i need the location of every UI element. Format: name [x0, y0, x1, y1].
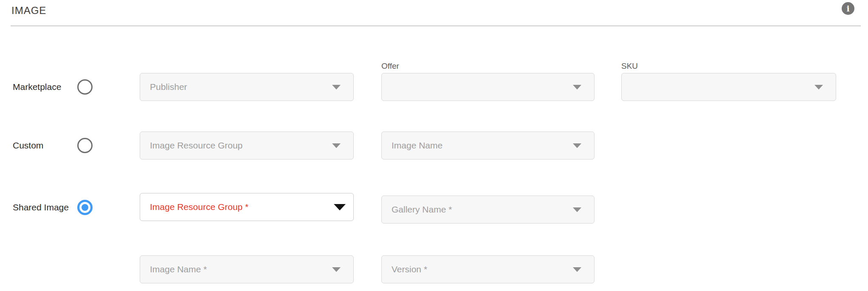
publisher-dropdown[interactable]: Publisher: [140, 73, 354, 101]
chevron-down-icon: [332, 85, 341, 90]
offer-label: Offer: [381, 62, 399, 70]
image-section: IMAGE i Marketplace Custom Shared Image …: [0, 0, 868, 291]
chevron-down-icon: [332, 143, 341, 148]
radio-label-shared-image: Shared Image: [13, 201, 69, 213]
radio-selected-dot: [82, 204, 88, 211]
gallery-name-dropdown[interactable]: Gallery Name *: [381, 196, 595, 224]
chevron-down-icon: [573, 143, 581, 148]
version-dropdown[interactable]: Version *: [381, 255, 595, 283]
custom-image-resource-group-placeholder: Image Resource Group: [150, 132, 328, 159]
page-title: IMAGE: [11, 5, 46, 17]
radio-marketplace[interactable]: [77, 79, 93, 95]
radio-label-custom: Custom: [13, 140, 43, 151]
sku-value: [631, 73, 810, 100]
custom-image-name-placeholder: Image Name: [392, 132, 569, 159]
gallery-name-placeholder: Gallery Name *: [392, 196, 569, 223]
info-icon[interactable]: i: [842, 2, 854, 15]
shared-image-resource-group-dropdown[interactable]: Image Resource Group *: [140, 193, 354, 221]
shared-image-resource-group-required-text: Image Resource Group *: [150, 193, 328, 220]
chevron-down-icon: [573, 207, 581, 212]
version-placeholder: Version *: [392, 256, 569, 283]
custom-image-name-dropdown[interactable]: Image Name: [381, 132, 595, 159]
radio-label-marketplace: Marketplace: [13, 81, 61, 93]
chevron-down-icon: [573, 85, 581, 90]
radio-shared-image[interactable]: [77, 200, 93, 215]
shared-image-name-dropdown[interactable]: Image Name *: [140, 255, 354, 283]
sku-dropdown[interactable]: [621, 73, 836, 101]
chevron-down-icon: [814, 85, 823, 90]
radio-custom[interactable]: [77, 138, 93, 153]
chevron-down-icon: [332, 267, 341, 272]
header-divider: [11, 25, 861, 26]
offer-value: [392, 73, 569, 100]
chevron-down-icon: [573, 267, 581, 272]
chevron-down-icon: [334, 204, 346, 210]
sku-label: SKU: [621, 62, 638, 70]
custom-image-resource-group-dropdown[interactable]: Image Resource Group: [140, 132, 354, 159]
offer-dropdown[interactable]: [381, 73, 595, 101]
shared-image-name-placeholder: Image Name *: [150, 256, 328, 283]
publisher-placeholder: Publisher: [150, 73, 328, 100]
